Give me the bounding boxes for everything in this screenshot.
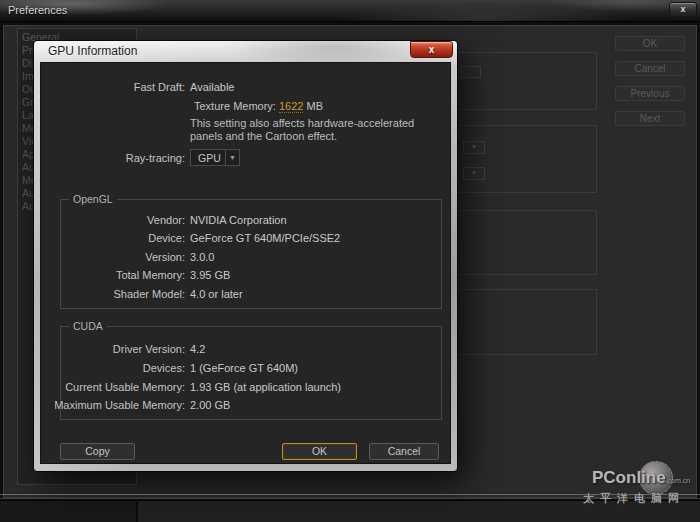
opengl-legend: OpenGL [69, 193, 117, 206]
opengl-device-row: Device:GeForce GT 640M/PCIe/SSE2 [41, 232, 340, 245]
cuda-maximum-memory-value: 2.00 GB [190, 399, 230, 411]
opengl-device-value: GeForce GT 640M/PCIe/SSE2 [190, 232, 340, 244]
preferences-close-icon[interactable]: x [669, 2, 697, 17]
cuda-legend: CUDA [69, 320, 107, 333]
fast-draft-row: Fast Draft:Available [41, 81, 234, 94]
cuda-maximum-memory-row: Maximum Usable Memory:2.00 GB [41, 399, 230, 412]
chevron-down-icon: ▼ [225, 150, 239, 165]
cuda-devices-row: Devices:1 (GeForce GT 640M) [41, 362, 298, 375]
opengl-vendor-row: Vendor:NVIDIA Corporation [41, 214, 287, 227]
opengl-total-memory-row: Total Memory:3.95 GB [41, 269, 230, 282]
watermark-chinese-text: 太平洋电脑网 [583, 491, 685, 506]
texture-memory-unit: MB [307, 100, 324, 112]
watermark-domain-text: .com.cn [666, 477, 691, 484]
watermark-logo-text: PConline [592, 468, 666, 487]
prefs-previous-button[interactable]: Previous [615, 86, 685, 101]
prefs-hidden-dropdown-3[interactable]: ▼ [463, 167, 485, 180]
cuda-current-memory-value: 1.93 GB (at application launch) [190, 381, 341, 393]
opengl-shader-model-label: Shader Model: [41, 288, 185, 301]
preferences-titlebar[interactable]: Preferences [0, 0, 700, 22]
cuda-devices-label: Devices: [41, 362, 185, 375]
prefs-hidden-dropdown-2[interactable]: ▼ [463, 141, 485, 154]
cuda-devices-value: 1 (GeForce GT 640M) [190, 362, 298, 374]
fast-draft-value: Available [190, 81, 234, 93]
prefs-ok-button[interactable]: OK [615, 36, 685, 51]
prefs-cancel-button[interactable]: Cancel [615, 61, 685, 76]
texture-memory-label: Texture Memory: [194, 100, 276, 112]
ray-tracing-label: Ray-tracing: [41, 152, 185, 165]
texture-memory-note-line2: panels and the Cartoon effect. [190, 130, 337, 143]
opengl-total-memory-value: 3.95 GB [190, 269, 230, 281]
cuda-driver-version-label: Driver Version: [41, 343, 185, 356]
cancel-button[interactable]: Cancel [369, 443, 439, 460]
dialog-close-icon[interactable]: x [410, 41, 453, 58]
preferences-window-title: Preferences [8, 0, 67, 22]
cuda-maximum-memory-label: Maximum Usable Memory: [41, 399, 185, 412]
dialog-title: GPU Information [48, 41, 137, 62]
ray-tracing-row: Ray-tracing: [41, 152, 185, 165]
opengl-vendor-label: Vendor: [41, 214, 185, 227]
cuda-current-memory-row: Current Usable Memory:1.93 GB (at applic… [41, 381, 341, 394]
opengl-device-label: Device: [41, 232, 185, 245]
prefs-next-button[interactable]: Next [615, 111, 685, 126]
ray-tracing-dropdown[interactable]: GPU ▼ [190, 149, 240, 166]
texture-memory-note-line1: This setting also affects hardware-accel… [190, 117, 414, 130]
prefs-hidden-dropdown-1[interactable] [461, 66, 481, 78]
opengl-shader-model-value: 4.0 or later [190, 288, 243, 300]
background-panel-left [0, 500, 137, 522]
background-panel-divider [136, 500, 138, 522]
cuda-driver-version-row: Driver Version:4.2 [41, 343, 205, 356]
opengl-total-memory-label: Total Memory: [41, 269, 185, 282]
texture-memory-value[interactable]: 1622 [279, 100, 303, 113]
gpu-information-dialog: GPU Information x Fast Draft:Available T… [33, 40, 458, 472]
fast-draft-label: Fast Draft: [41, 81, 185, 94]
screenshot-stage: Preferences x General Previews Display I… [0, 0, 700, 522]
ray-tracing-value: GPU [198, 151, 221, 165]
opengl-version-row: Version:3.0.0 [41, 251, 214, 264]
cuda-current-memory-label: Current Usable Memory: [41, 381, 185, 394]
ok-button[interactable]: OK [282, 443, 357, 460]
copy-button[interactable]: Copy [60, 443, 135, 460]
dialog-content: Fast Draft:Available Texture Memory: 162… [40, 62, 451, 464]
opengl-version-label: Version: [41, 251, 185, 264]
cuda-driver-version-value: 4.2 [190, 343, 205, 355]
opengl-vendor-value: NVIDIA Corporation [190, 214, 287, 226]
watermark-logo: PConline.com.cn [592, 468, 690, 488]
opengl-shader-model-row: Shader Model:4.0 or later [41, 288, 243, 301]
texture-memory-row: Texture Memory: 1622 MB [194, 100, 323, 113]
opengl-version-value: 3.0.0 [190, 251, 214, 263]
